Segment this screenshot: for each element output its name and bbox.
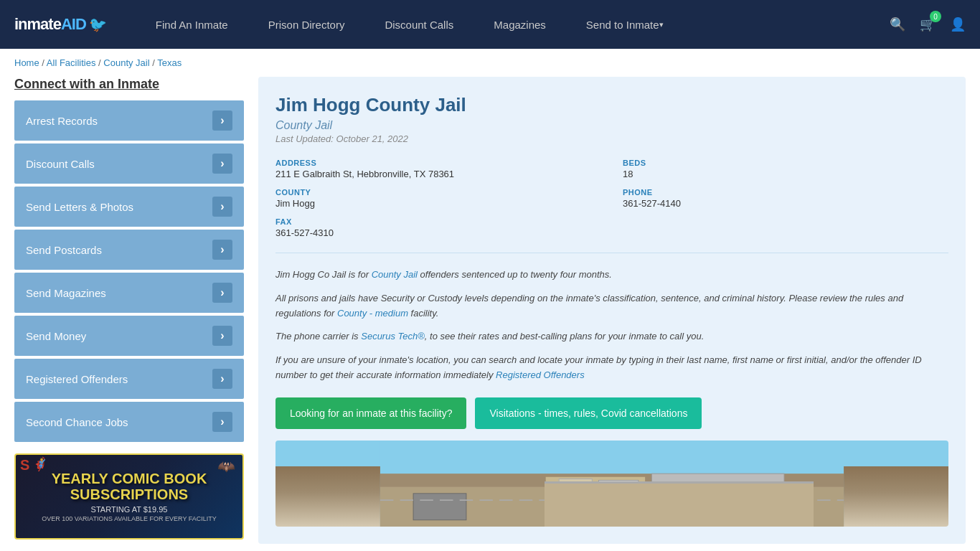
breadcrumb: Home / All Facilities / County Jail / Te… [0, 49, 980, 77]
nav-discount-calls[interactable]: Discount Calls [364, 0, 473, 49]
county-value: Jim Hogg [275, 198, 601, 209]
beds-block: BEDS 18 [623, 159, 948, 179]
breadcrumb-all-facilities[interactable]: All Facilities [47, 57, 96, 68]
breadcrumb-county-jail[interactable]: County Jail [103, 57, 149, 68]
facility-info-grid: ADDRESS 211 E Galbraith St, Hebbronville… [275, 159, 948, 253]
facility-description: Jim Hogg Co Jail is for County Jail offe… [275, 268, 948, 383]
logo-icon: 🐦 [89, 16, 107, 33]
phone-block: PHONE 361-527-4140 [623, 188, 948, 209]
sidebar-item-send-money[interactable]: Send Money › [14, 316, 244, 356]
sidebar-label-send-magazines: Send Magazines [26, 287, 106, 299]
header: inmateAID 🐦 Find An Inmate Prison Direct… [0, 0, 980, 49]
nav-magazines[interactable]: Magazines [473, 0, 566, 49]
sidebar-item-send-letters[interactable]: Send Letters & Photos › [14, 187, 244, 227]
sidebar-menu: Arrest Records › Discount Calls › Send L… [14, 100, 244, 442]
arrow-icon: › [212, 197, 232, 217]
arrow-icon: › [212, 283, 232, 303]
fax-value: 361-527-4310 [275, 227, 601, 238]
beds-value: 18 [623, 169, 948, 179]
phone-label: PHONE [623, 188, 948, 197]
cta-buttons: Looking for an inmate at this facility? … [275, 397, 948, 429]
sidebar-label-discount-calls: Discount Calls [26, 158, 95, 170]
breadcrumb-texas[interactable]: Texas [157, 57, 182, 68]
county-label: COUNTY [275, 188, 601, 197]
fax-block: FAX 361-527-4310 [275, 217, 601, 238]
securus-link[interactable]: Securus Tech® [361, 331, 425, 342]
sidebar-label-send-money: Send Money [26, 330, 86, 342]
ad-note: OVER 100 VARIATIONS AVAILABLE FOR EVERY … [42, 515, 217, 522]
cart-icon[interactable]: 🛒 0 [920, 17, 936, 32]
nav-send-to-inmate[interactable]: Send to Inmate [566, 0, 684, 49]
sidebar-label-second-chance-jobs: Second Chance Jobs [26, 416, 128, 428]
connect-title: Connect with an Inmate [14, 77, 244, 92]
facility-title: Jim Hogg County Jail [275, 94, 948, 116]
nav-prison-directory[interactable]: Prison Directory [248, 0, 365, 49]
facility-type: County Jail [275, 119, 948, 132]
fax-label: FAX [275, 217, 601, 226]
svg-rect-6 [651, 474, 784, 527]
main-nav: Find An Inmate Prison Directory Discount… [136, 0, 890, 49]
registered-offenders-link[interactable]: Registered Offenders [496, 369, 585, 380]
desc-para-4: If you are unsure of your inmate's locat… [275, 353, 948, 383]
county-jail-link[interactable]: County Jail [372, 269, 418, 280]
search-icon[interactable]: 🔍 [890, 17, 905, 32]
logo[interactable]: inmateAID 🐦 [14, 15, 107, 34]
county-medium-link[interactable]: County - medium [337, 308, 408, 319]
cart-badge: 0 [930, 11, 941, 22]
phone-value: 361-527-4140 [623, 198, 948, 209]
desc-para-3: The phone carrier is Securus Tech®, to s… [275, 329, 948, 344]
desc-para-2: All prisons and jails have Security or C… [275, 291, 948, 321]
sidebar-item-send-postcards[interactable]: Send Postcards › [14, 230, 244, 270]
sidebar-item-send-magazines[interactable]: Send Magazines › [14, 273, 244, 313]
facility-aerial-image [275, 441, 948, 527]
nav-find-inmate[interactable]: Find An Inmate [136, 0, 248, 49]
sidebar-label-registered-offenders: Registered Offenders [26, 373, 128, 385]
address-value: 211 E Galbraith St, Hebbronville, TX 783… [275, 169, 601, 179]
sidebar-label-send-letters: Send Letters & Photos [26, 201, 133, 213]
arrow-icon: › [212, 369, 232, 389]
ad-banner[interactable]: S 🦸 🦇 YEARLY COMIC BOOKSUBSCRIPTIONS STA… [14, 453, 244, 540]
sidebar-label-send-postcards: Send Postcards [26, 244, 102, 256]
ad-subtitle: STARTING AT $19.95 [91, 505, 168, 514]
county-block: COUNTY Jim Hogg [275, 188, 601, 209]
main-layout: Connect with an Inmate Arrest Records › … [0, 77, 980, 551]
arrow-icon: › [212, 154, 232, 174]
svg-rect-3 [546, 477, 645, 527]
svg-rect-5 [599, 480, 639, 507]
last-updated: Last Updated: October 21, 2022 [275, 133, 948, 144]
arrow-icon: › [212, 110, 232, 131]
sidebar: Connect with an Inmate Arrest Records › … [14, 77, 244, 544]
svg-rect-4 [559, 479, 592, 499]
content-area: Jim Hogg County Jail County Jail Last Up… [258, 77, 966, 544]
desc-para-1: Jim Hogg Co Jail is for County Jail offe… [275, 268, 948, 283]
sidebar-item-registered-offenders[interactable]: Registered Offenders › [14, 359, 244, 399]
address-block: ADDRESS 211 E Galbraith St, Hebbronville… [275, 159, 601, 179]
arrow-icon: › [212, 326, 232, 346]
breadcrumb-home[interactable]: Home [14, 57, 39, 68]
sidebar-label-arrest-records: Arrest Records [26, 115, 98, 127]
svg-rect-7 [413, 494, 466, 520]
logo-text: inmateAID [14, 15, 86, 34]
find-inmate-btn[interactable]: Looking for an inmate at this facility? [275, 397, 466, 429]
arrow-icon: › [212, 412, 232, 432]
sidebar-item-discount-calls[interactable]: Discount Calls › [14, 143, 244, 184]
header-icons: 🔍 🛒 0 👤 [890, 17, 966, 32]
arrow-icon: › [212, 240, 232, 260]
ad-title: YEARLY COMIC BOOKSUBSCRIPTIONS [52, 471, 207, 502]
user-icon[interactable]: 👤 [950, 17, 966, 32]
visitations-btn[interactable]: Visitations - times, rules, Covid cancel… [475, 397, 702, 429]
sidebar-item-arrest-records[interactable]: Arrest Records › [14, 100, 244, 141]
sidebar-item-second-chance-jobs[interactable]: Second Chance Jobs › [14, 402, 244, 442]
beds-label: BEDS [623, 159, 948, 167]
address-label: ADDRESS [275, 159, 601, 167]
